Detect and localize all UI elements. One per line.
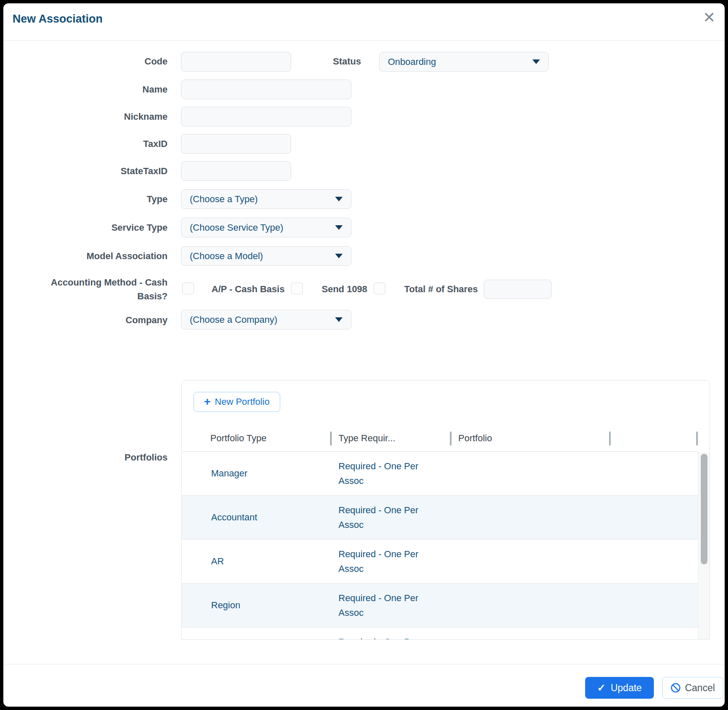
table-row[interactable]: Required - One Per Assoc [182, 628, 698, 640]
table-scrollbar-thumb[interactable] [701, 454, 707, 564]
model-association-dropdown-value: (Choose a Model) [190, 251, 263, 262]
column-header-portfolio-type: Portfolio Type [182, 433, 266, 444]
total-shares-input[interactable] [484, 280, 552, 299]
cancel-button[interactable]: Cancel [662, 677, 723, 699]
portfolio-type-cell [182, 628, 332, 640]
chevron-down-icon [335, 225, 343, 230]
name-input[interactable] [181, 80, 351, 99]
update-button[interactable]: ✓ Update [585, 677, 654, 699]
service-type-label: Service Type [42, 222, 168, 233]
cash-basis-checkbox[interactable] [182, 283, 194, 294]
plus-icon: + [204, 396, 211, 408]
portfolio-type-cell: Accountant [182, 496, 332, 539]
type-required-cell: Required - One Per Assoc [338, 591, 422, 620]
company-label: Company [42, 315, 168, 326]
actions-cell [611, 452, 698, 495]
service-type-dropdown[interactable]: (Choose Service Type) [181, 218, 351, 237]
dialog-title: New Association [13, 13, 103, 26]
header-divider [3, 40, 725, 41]
type-required-cell: Required - One Per Assoc [338, 459, 422, 488]
no-symbol-icon [671, 683, 681, 693]
type-dropdown-value: (Choose a Type) [190, 194, 258, 205]
column-header-type-required: Type Requir... [332, 433, 395, 444]
status-label: Status [235, 56, 361, 67]
name-label: Name [42, 84, 168, 95]
actions-cell [611, 584, 698, 627]
footer-divider [3, 664, 725, 664]
type-dropdown[interactable]: (Choose a Type) [181, 189, 351, 209]
chevron-down-icon [335, 317, 343, 322]
table-scrollbar-track[interactable] [698, 452, 710, 640]
chevron-down-icon [335, 197, 343, 201]
statetaxid-label: StateTaxID [42, 166, 168, 177]
chevron-down-icon [335, 254, 343, 258]
type-required-cell: Required - One Per Assoc [338, 503, 422, 532]
company-dropdown[interactable]: (Choose a Company) [181, 310, 351, 329]
portfolios-label: Portfolios [42, 452, 168, 463]
statetaxid-input[interactable] [181, 161, 291, 181]
actions-cell [611, 628, 698, 640]
portfolios-panel: + New Portfolio Portfolio Type Type Requ… [181, 380, 710, 640]
check-icon: ✓ [597, 682, 606, 694]
portfolio-type-cell: Manager [182, 452, 332, 495]
ap-cash-basis-checkbox[interactable] [291, 283, 303, 294]
company-dropdown-value: (Choose a Company) [190, 314, 277, 325]
update-button-label: Update [611, 682, 642, 694]
send-1098-label: Send 1098 [322, 284, 367, 295]
new-portfolio-button-label: New Portfolio [215, 396, 270, 407]
cancel-button-label: Cancel [685, 682, 715, 694]
status-dropdown[interactable]: Onboarding [379, 52, 549, 72]
model-association-label: Model Association [42, 251, 168, 262]
chevron-down-icon [532, 59, 540, 64]
portfolio-cell [452, 452, 611, 495]
new-association-dialog: New Association ✕ Code Status Onboarding… [3, 3, 725, 707]
table-row[interactable]: Region Required - One Per Assoc [182, 584, 698, 628]
service-type-dropdown-value: (Choose Service Type) [190, 222, 283, 233]
actions-cell [611, 540, 698, 583]
model-association-dropdown[interactable]: (Choose a Model) [181, 246, 351, 266]
portfolio-cell [452, 496, 611, 539]
total-shares-label: Total # of Shares [404, 284, 478, 295]
actions-cell [611, 496, 698, 539]
taxid-label: TaxID [42, 139, 168, 149]
ap-cash-basis-label: A/P - Cash Basis [212, 284, 284, 295]
portfolio-cell [452, 628, 611, 640]
portfolio-table-body: Manager Required - One Per Assoc Account… [182, 452, 698, 640]
accounting-method-label: Accounting Method - Cash Basis? [42, 275, 168, 303]
send-1098-checkbox[interactable] [374, 283, 385, 294]
type-required-cell: Required - One Per Assoc [338, 547, 422, 576]
portfolio-cell [452, 540, 611, 583]
portfolio-type-cell: AR [182, 540, 332, 583]
column-header-portfolio: Portfolio [452, 433, 492, 444]
column-resize-handle[interactable] [696, 432, 698, 445]
table-row[interactable]: AR Required - One Per Assoc [182, 540, 698, 584]
nickname-input[interactable] [181, 107, 351, 126]
portfolio-table-header: Portfolio Type Type Requir... Portfolio [182, 425, 698, 452]
close-icon[interactable]: ✕ [703, 10, 715, 25]
portfolio-cell [452, 584, 611, 627]
table-row[interactable]: Accountant Required - One Per Assoc [182, 496, 698, 540]
type-label: Type [42, 194, 168, 205]
type-required-cell: Required - One Per Assoc [338, 635, 422, 640]
portfolio-type-cell: Region [182, 584, 332, 627]
table-row[interactable]: Manager Required - One Per Assoc [182, 452, 698, 496]
nickname-label: Nickname [42, 111, 168, 122]
code-label: Code [42, 56, 168, 67]
taxid-input[interactable] [181, 134, 291, 154]
new-portfolio-button[interactable]: + New Portfolio [194, 392, 280, 412]
status-dropdown-value: Onboarding [388, 57, 436, 67]
